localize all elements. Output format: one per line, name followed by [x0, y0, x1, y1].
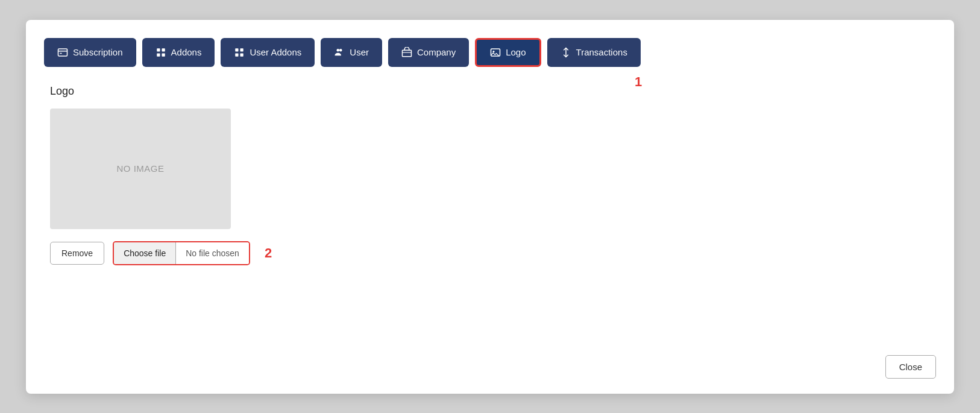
svg-rect-0 [58, 49, 68, 56]
close-button[interactable]: Close [885, 355, 936, 379]
tab-addons-label: Addons [171, 47, 202, 57]
svg-rect-6 [162, 53, 165, 56]
svg-point-12 [339, 49, 342, 52]
tab-transactions[interactable]: Transactions [547, 38, 641, 67]
choose-file-button[interactable]: Choose file [114, 242, 176, 264]
tab-subscription[interactable]: Subscription [44, 38, 136, 67]
tab-company-label: Company [417, 47, 456, 57]
user-addons-icon [234, 47, 245, 58]
file-controls-row: Remove Choose file No file chosen 2 [50, 241, 930, 265]
svg-rect-15 [491, 49, 500, 56]
transactions-icon [561, 47, 571, 58]
subscription-icon [57, 47, 68, 58]
no-file-label: No file chosen [176, 242, 249, 264]
addons-icon [155, 47, 166, 58]
tab-user-label: User [350, 47, 369, 57]
svg-rect-10 [240, 53, 243, 56]
annotation-2: 2 [265, 245, 272, 261]
modal-container: Subscription Addons User Addons User [26, 20, 954, 394]
user-icon [334, 47, 345, 58]
tab-user-addons[interactable]: User Addons [221, 38, 315, 67]
tab-subscription-label: Subscription [73, 47, 123, 57]
remove-button[interactable]: Remove [50, 242, 104, 265]
content-area: Logo NO IMAGE Remove Choose file No file… [44, 85, 936, 376]
tab-bar: Subscription Addons User Addons User [44, 38, 936, 67]
svg-rect-8 [240, 48, 243, 51]
svg-point-16 [493, 51, 495, 52]
logo-image-preview: NO IMAGE [50, 109, 231, 229]
tab-user[interactable]: User [321, 38, 382, 67]
svg-rect-4 [162, 48, 165, 51]
file-input-wrapper: Choose file No file chosen [113, 241, 250, 265]
svg-rect-7 [236, 48, 239, 51]
svg-point-11 [337, 49, 340, 52]
svg-rect-13 [402, 50, 411, 57]
tab-logo[interactable]: Logo [475, 38, 541, 67]
svg-rect-3 [157, 48, 160, 51]
annotation-1: 1 [635, 74, 642, 90]
tab-addons[interactable]: Addons [142, 38, 215, 67]
tab-logo-label: Logo [506, 47, 526, 57]
svg-rect-5 [157, 53, 160, 56]
tab-user-addons-label: User Addons [250, 47, 301, 57]
tab-transactions-label: Transactions [576, 47, 627, 57]
logo-icon [490, 47, 501, 58]
company-icon [401, 47, 412, 58]
section-title: Logo [50, 85, 930, 98]
svg-rect-9 [236, 53, 239, 56]
tab-company[interactable]: Company [388, 38, 469, 67]
no-image-label: NO IMAGE [116, 163, 164, 174]
